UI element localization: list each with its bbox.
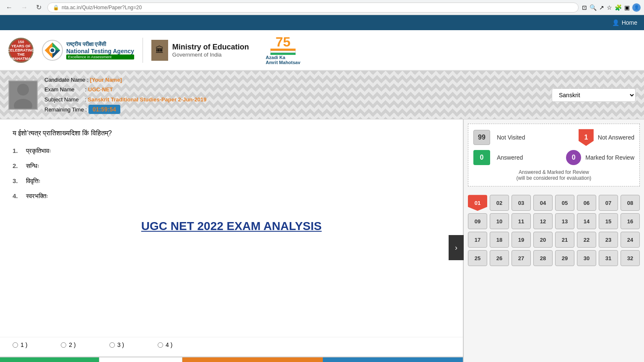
mark-next-button[interactable]: MARK FOR REVIEW & NEXT	[323, 357, 463, 362]
radio-1[interactable]: 1 )	[13, 341, 27, 348]
svg-point-4	[14, 99, 32, 109]
nta-text: राष्ट्रीय परीक्षा एजेंसी National Testin…	[66, 41, 134, 59]
azadi-flag	[270, 49, 296, 55]
forward-button[interactable]: →	[18, 3, 30, 12]
main-layout: य ईशो'त्यत्र प्रातिशाख्यदिशा किं विहितम्…	[0, 119, 644, 362]
option-1-num: 1.	[13, 147, 21, 154]
q-btn-11[interactable]: 11	[512, 213, 531, 229]
q-btn-07[interactable]: 07	[599, 195, 618, 211]
marked-badge: 0	[566, 150, 581, 165]
q-btn-27[interactable]: 27	[512, 250, 531, 266]
nta-hindi: राष्ट्रीय परीक्षा एजेंसी	[66, 41, 134, 48]
option-1[interactable]: 1. प्रकृतिभावः	[13, 147, 450, 155]
answered-badge: 0	[473, 150, 490, 165]
timer-badge: 01:59:54	[88, 105, 120, 114]
svg-point-2	[50, 48, 54, 52]
radio-4[interactable]: 4 )	[158, 341, 172, 348]
option-2[interactable]: 2. सन्धिः	[13, 162, 450, 170]
legend-note: Answered & Marked for Review(will be con…	[473, 169, 634, 181]
q-btn-26[interactable]: 26	[490, 250, 509, 266]
home-nav[interactable]: 👤 Home	[612, 19, 637, 26]
q-btn-09[interactable]: 09	[468, 213, 487, 229]
candidate-bar: Candidate Name : [Your Name] Exam Name :…	[0, 71, 644, 119]
q-btn-03[interactable]: 03	[512, 195, 531, 211]
option-3[interactable]: 3. विवृत्तिः	[13, 177, 450, 185]
option-3-num: 3.	[13, 177, 21, 184]
radio-input-2[interactable]	[61, 342, 66, 348]
mark-review-button[interactable]: SAVE & MARK FOR REVIEW	[182, 357, 322, 362]
nta-excellence: Excellence in Assessment	[66, 54, 134, 59]
q-btn-08[interactable]: 08	[621, 195, 640, 211]
radio-3[interactable]: 3 )	[109, 341, 124, 348]
q-btn-19[interactable]: 19	[512, 232, 531, 248]
option-4-num: 4.	[13, 192, 21, 199]
q-btn-10[interactable]: 10	[490, 213, 509, 229]
question-panel: य ईशो'त्यत्र प्रातिशाख्यदिशा किं विहितम्…	[0, 119, 464, 362]
url-text: nta.ac.in/Quiz/Home/Paper?Lng=20	[62, 5, 142, 10]
language-select[interactable]: Sanskrit English Hindi	[552, 88, 636, 102]
answered-label: Answered	[497, 154, 523, 161]
save-next-button[interactable]: SAVE & NEXT	[0, 357, 99, 362]
candidate-details: Candidate Name : [Your Name] Exam Name :…	[44, 75, 207, 115]
options-list: 1. प्रकृतिभावः 2. सन्धिः 3. विवृत्तिः 4.…	[13, 147, 450, 200]
q-btn-21[interactable]: 21	[555, 232, 574, 248]
q-btn-17[interactable]: 17	[468, 232, 487, 248]
q-btn-30[interactable]: 30	[577, 250, 596, 266]
q-btn-04[interactable]: 04	[533, 195, 553, 211]
browser-actions: ⊡ 🔍 ↗ ☆ 🧩 ▣ 👤	[582, 3, 641, 12]
q-btn-32[interactable]: 32	[621, 250, 640, 266]
expand-panel-button[interactable]: ›	[449, 235, 464, 260]
back-button[interactable]: ←	[3, 3, 15, 12]
q-btn-12[interactable]: 12	[533, 213, 553, 229]
q-btn-14[interactable]: 14	[577, 213, 596, 229]
avatar	[8, 80, 38, 110]
q-btn-28[interactable]: 28	[533, 250, 553, 266]
screen-share-icon: ⊡	[582, 4, 587, 11]
option-2-num: 2.	[13, 162, 21, 169]
bookmark-icon: ☆	[607, 4, 612, 11]
q-btn-18[interactable]: 18	[490, 232, 509, 248]
q-btn-13[interactable]: 13	[555, 213, 574, 229]
not-visited-badge: 99	[473, 130, 490, 145]
not-visited-label: Not Visited	[497, 134, 525, 141]
q-btn-15[interactable]: 15	[599, 213, 618, 229]
q-btn-22[interactable]: 22	[577, 232, 596, 248]
q-btn-29[interactable]: 29	[555, 250, 574, 266]
reload-button[interactable]: ↻	[34, 3, 44, 12]
action-bar: SAVE & NEXT CLEAR SAVE & MARK FOR REVIEW…	[0, 357, 463, 362]
azadi-logo: 75 Azadi KaAmrit Mahotsav	[266, 35, 301, 65]
svg-point-3	[17, 84, 29, 96]
nta-logo: राष्ट्रीय परीक्षा एजेंसी National Testin…	[42, 40, 134, 61]
q-btn-16[interactable]: 16	[621, 213, 640, 229]
option-4[interactable]: 4. स्वरभक्तिः	[13, 192, 450, 200]
q-btn-25[interactable]: 25	[468, 250, 487, 266]
q-btn-01[interactable]: 01	[468, 195, 487, 211]
radio-input-4[interactable]	[158, 342, 163, 348]
top-bar: 👤 Home	[0, 15, 644, 30]
marked-label: Marked for Review	[585, 154, 634, 161]
q-btn-31[interactable]: 31	[599, 250, 618, 266]
nta-emblem	[42, 40, 63, 61]
q-btn-24[interactable]: 24	[621, 232, 640, 248]
radio-input-3[interactable]	[109, 342, 115, 348]
question-content: य ईशो'त्यत्र प्रातिशाख्यदिशा किं विहितम्…	[0, 119, 463, 333]
profile-icon[interactable]: 👤	[632, 3, 641, 12]
radio-input-1[interactable]	[13, 342, 18, 348]
moe-text: Ministry of Education Government of Indi…	[172, 43, 249, 58]
q-btn-06[interactable]: 06	[577, 195, 596, 211]
moe-logo: 🏛 Ministry of Education Government of In…	[151, 40, 249, 61]
option-4-text: स्वरभक्तिः	[26, 192, 48, 200]
clear-button[interactable]: CLEAR	[99, 357, 182, 362]
q-btn-02[interactable]: 02	[490, 195, 509, 211]
radio-2[interactable]: 2 )	[61, 341, 75, 348]
overlay-banner[interactable]: UGC NET 2022 EXAM ANALYSIS	[141, 220, 322, 233]
address-bar[interactable]: 🔒 nta.ac.in/Quiz/Home/Paper?Lng=20	[47, 3, 579, 13]
zoom-icon: 🔍	[589, 4, 597, 11]
option-1-text: प्रकृतिभावः	[26, 147, 51, 155]
q-btn-23[interactable]: 23	[599, 232, 618, 248]
q-btn-20[interactable]: 20	[533, 232, 553, 248]
azadi-text: Azadi KaAmrit Mahotsav	[266, 55, 301, 65]
option-2-text: सन्धिः	[26, 162, 39, 170]
q-btn-05[interactable]: 05	[555, 195, 574, 211]
lock-icon: 🔒	[53, 5, 59, 10]
